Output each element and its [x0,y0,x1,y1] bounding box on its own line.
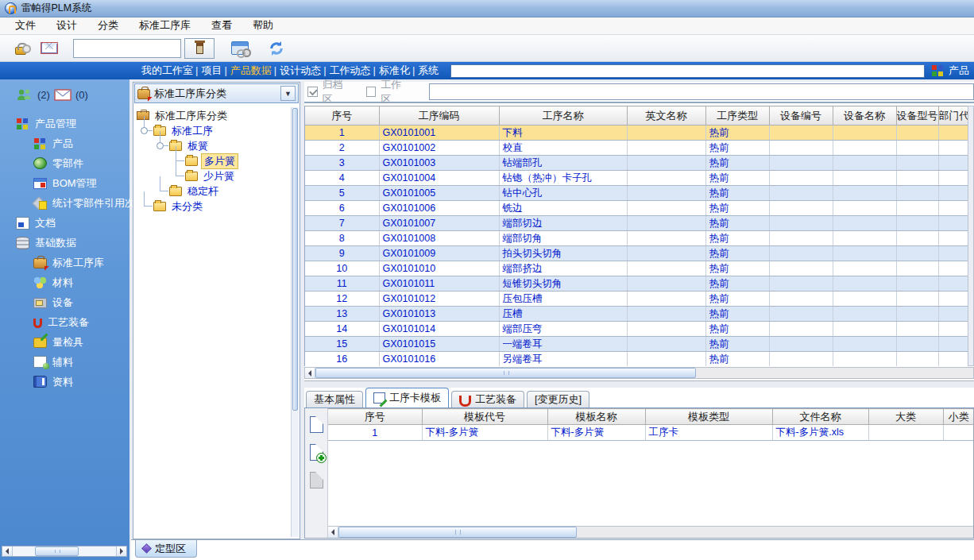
tree-vertical-scrollbar[interactable] [291,107,299,537]
detail-tab[interactable]: 基本属性 [306,391,363,407]
scrollbar-thumb[interactable] [315,368,696,378]
sidebar-item[interactable]: 资料 [0,372,129,392]
column-header[interactable]: 小类 [943,409,973,425]
detail-tab[interactable]: [变更历史] [527,391,589,407]
nav-item[interactable]: 工作动态| [328,64,377,78]
scrollbar-thumb[interactable] [35,546,79,556]
process-table-row[interactable]: 10 GX0101010 端部挤边 热前 [305,261,968,276]
refresh-button[interactable] [262,37,291,60]
sidebar-horizontal-scrollbar[interactable] [2,546,127,557]
sidebar-item[interactable]: 标准工序库 [0,253,129,272]
add-document-button[interactable] [310,444,323,461]
menu-item[interactable]: 帮助 [242,17,284,35]
process-table-row[interactable]: 3 GX0101003 钻端部孔 热前 [305,156,968,171]
new-document-button[interactable] [310,416,323,433]
nav-search-input[interactable] [450,64,925,78]
nav-item[interactable]: 产品数据| [229,64,278,78]
menu-item[interactable]: 查看 [201,17,242,35]
process-table-row[interactable]: 11 GX0101011 短锥切头切角 热前 [305,276,968,292]
sidebar-item[interactable]: 辅料 [0,352,129,372]
tree-node[interactable]: 多片簧 [136,153,289,168]
sidebar-item[interactable]: 工艺装备 [0,312,129,332]
menu-item[interactable]: 设计 [46,17,87,35]
copy-document-button-disabled[interactable] [310,472,323,489]
detail-horizontal-scrollbar[interactable] [328,526,973,538]
contacts-icon[interactable] [16,88,33,101]
column-header[interactable]: 序号 [305,106,379,126]
column-header[interactable]: 序号 [328,409,422,425]
tree-node[interactable]: 标准工序 [136,123,289,138]
column-header[interactable]: 工序类型 [705,106,769,126]
process-table-row[interactable]: 7 GX0101007 端部切边 热前 [305,216,968,231]
scroll-left-arrow-icon[interactable] [328,527,338,538]
process-table-row[interactable]: 14 GX0101014 端部压弯 热前 [305,322,968,337]
workzone-checkbox[interactable] [366,87,377,97]
tree-node[interactable]: 稳定杆 [136,183,289,199]
mail-button[interactable] [35,37,64,60]
tree-node[interactable]: 少片簧 [136,168,289,183]
nav-item[interactable]: 设计动态| [278,64,327,78]
column-header[interactable]: 设备编号 [769,106,833,126]
detail-tab[interactable]: 工艺装备 [451,391,524,407]
process-table-row[interactable]: 4 GX0101004 钻锪（热冲）卡子孔 热前 [305,171,968,186]
scroll-right-arrow-icon[interactable] [116,546,126,556]
sidebar-item[interactable]: 零部件 [0,153,129,173]
process-table-row[interactable]: 16 GX0101016 另端卷耳 热前 [305,352,968,367]
menu-item[interactable]: 分类 [87,17,129,35]
template-table-row[interactable]: 1 下料-多片簧 下料-多片簧 工序卡 下料-多片簧.xls [328,425,973,441]
column-header[interactable]: 模板类型 [645,409,772,425]
sidebar-item[interactable]: 基础数据 [0,233,129,253]
column-header[interactable]: 设备名称 [833,106,896,126]
dropdown-arrow-icon[interactable]: ▼ [280,86,296,101]
search-button[interactable] [184,38,215,59]
process-table-row[interactable]: 9 GX0101009 拍头切头切角 热前 [305,246,968,261]
process-table-row[interactable]: 8 GX0101008 端部切角 热前 [305,231,968,246]
column-header[interactable]: 模板名称 [547,409,645,425]
tree-node[interactable]: 未分类 [136,199,289,214]
dingxingqu-tab[interactable]: 定型区 [135,540,197,558]
sidebar-item[interactable]: 量检具 [0,332,129,352]
panel-splitter[interactable] [304,380,974,388]
product-quick-button[interactable]: 产品 [931,64,969,78]
filter-input[interactable] [429,83,974,100]
table-horizontal-scrollbar[interactable] [304,367,974,379]
nav-item[interactable]: 标准化| [377,64,416,78]
column-header[interactable]: 部门代号 [938,106,968,126]
sidebar-item[interactable]: BOM管理 [0,173,129,193]
tree-category-dropdown[interactable]: 标准工序库分类 ▼ [134,83,299,103]
column-header[interactable]: 设备型号 [896,106,938,126]
tree-node[interactable]: 板簧 [136,138,289,153]
sidebar-item[interactable]: 统计零部件引用次数 [0,193,129,213]
process-table-row[interactable]: 2 GX0101002 校直 热前 [305,141,968,156]
column-header[interactable]: 文件名称 [772,409,868,425]
nav-item[interactable]: 我的工作室| [140,64,199,78]
detail-tab[interactable]: 工序卡模板 [365,388,449,407]
process-table-row[interactable]: 13 GX0101013 压槽 热前 [305,307,968,322]
menu-item[interactable]: 文件 [5,17,46,35]
process-table-row[interactable]: 5 GX0101005 钻中心孔 热前 [305,186,968,201]
archive-checkbox[interactable] [307,87,318,97]
nav-item[interactable]: 项目| [199,64,228,78]
menu-item[interactable]: 标准工序库 [129,17,201,35]
process-table-row[interactable]: 15 GX0101015 一端卷耳 热前 [305,337,968,352]
column-header[interactable]: 工序编码 [379,106,499,126]
sidebar-item[interactable]: 文档 [0,213,129,233]
toolbar-search-input[interactable] [73,39,181,58]
process-table-row[interactable]: 1 GX0101001 下料 热前 [305,126,968,141]
sidebar-item[interactable]: 产品 [0,133,129,153]
column-header[interactable]: 英文名称 [627,106,705,126]
lock-key-button[interactable] [6,37,35,60]
scroll-left-arrow-icon[interactable] [305,368,315,378]
column-header[interactable]: 工序名称 [499,106,627,126]
column-header[interactable]: 模板代号 [422,409,547,425]
sidebar-item[interactable]: 设备 [0,292,129,312]
scrollbar-thumb[interactable] [338,527,577,538]
process-table-row[interactable]: 6 GX0101006 铣边 热前 [305,201,968,216]
table-vertical-scrollbar[interactable] [968,106,974,366]
sidebar-item[interactable]: 材料 [0,272,129,292]
window-link-button[interactable] [226,37,254,60]
messages-icon[interactable] [54,89,72,101]
tree-node[interactable]: 标准工序库分类 [136,108,289,123]
sidebar-item[interactable]: 产品管理 [0,114,129,133]
nav-item[interactable]: 系统 [416,64,443,78]
